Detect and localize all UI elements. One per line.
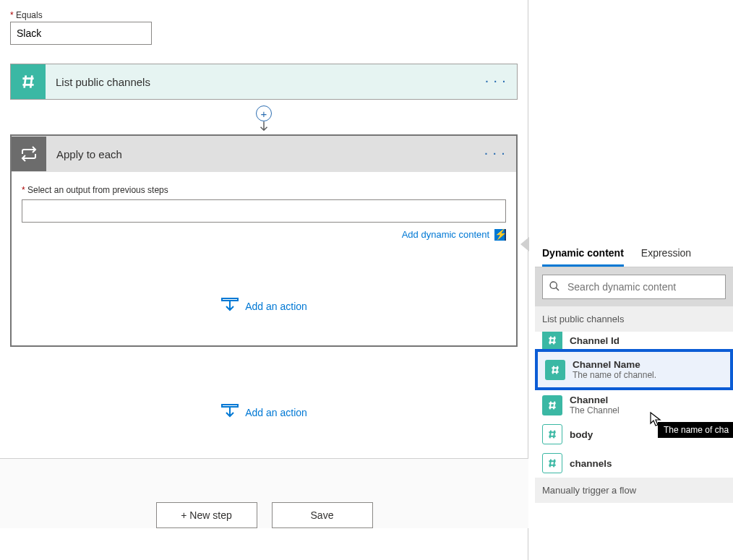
- search-icon: [549, 280, 560, 294]
- item-channel-name[interactable]: Channel Name The name of channel.: [535, 349, 733, 390]
- item-title: Channel Id: [570, 335, 726, 346]
- slack-hash-icon: [542, 395, 562, 415]
- slack-hash-icon: [542, 424, 562, 444]
- svg-point-2: [550, 282, 557, 288]
- select-output-label: * Select an output from previous steps: [22, 185, 506, 195]
- card-menu-icon[interactable]: · · ·: [485, 148, 506, 160]
- item-channels[interactable]: channels: [535, 449, 733, 478]
- card-menu-icon[interactable]: · · ·: [486, 76, 507, 87]
- add-action-icon: [220, 297, 239, 315]
- svg-rect-0: [222, 298, 238, 301]
- equals-label: * Equals: [10, 10, 518, 20]
- add-action-label: Add an action: [245, 407, 307, 418]
- apply-each-header[interactable]: Apply to each · · ·: [12, 136, 516, 172]
- save-button[interactable]: Save: [272, 502, 373, 528]
- search-input[interactable]: [567, 281, 719, 293]
- add-dynamic-content-link[interactable]: Add dynamic content: [402, 229, 489, 240]
- bottom-button-bar: + New step Save: [0, 458, 528, 528]
- equals-input[interactable]: [10, 22, 152, 45]
- new-step-button[interactable]: + New step: [156, 502, 257, 528]
- apply-each-card: Apply to each · · · * Select an output f…: [10, 134, 518, 347]
- item-desc: The name of channel.: [573, 370, 723, 380]
- tooltip: The name of cha: [658, 422, 733, 438]
- list-channels-card[interactable]: List public channels · · ·: [10, 64, 518, 100]
- loop-icon: [12, 137, 46, 171]
- dynamic-badge-icon[interactable]: ⚡: [494, 229, 506, 241]
- item-title: Channel Name: [573, 359, 723, 370]
- item-channel-id[interactable]: Channel Id: [535, 332, 733, 349]
- callout-arrow-icon: [520, 237, 529, 251]
- dynamic-content-panel: Dynamic content Expression List public c…: [535, 238, 733, 503]
- add-action-icon: [220, 403, 239, 421]
- item-title: Channel: [570, 395, 726, 405]
- slack-hash-icon: [11, 64, 46, 99]
- tab-expression[interactable]: Expression: [641, 247, 691, 267]
- slack-hash-icon: [545, 360, 565, 380]
- section-manual-trigger: Manually trigger a flow: [535, 478, 733, 503]
- insert-step-icon[interactable]: +: [256, 105, 272, 121]
- tab-dynamic-content[interactable]: Dynamic content: [542, 247, 624, 267]
- slack-hash-icon: [542, 453, 562, 473]
- add-action-outer[interactable]: Add an action: [10, 403, 518, 421]
- add-action-inner[interactable]: Add an action: [22, 297, 506, 315]
- list-channels-title: List public channels: [46, 76, 150, 88]
- slack-hash-icon: [542, 332, 562, 349]
- apply-each-title: Apply to each: [46, 148, 122, 160]
- select-output-input[interactable]: [22, 199, 506, 223]
- search-box[interactable]: [542, 275, 726, 299]
- item-title: channels: [570, 458, 726, 469]
- svg-rect-1: [222, 405, 238, 407]
- add-action-label: Add an action: [245, 301, 307, 312]
- item-desc: The Channel: [570, 405, 726, 415]
- item-channel[interactable]: Channel The Channel: [535, 390, 733, 420]
- connector: +: [10, 100, 518, 134]
- section-list-channels: List public channels: [535, 306, 733, 332]
